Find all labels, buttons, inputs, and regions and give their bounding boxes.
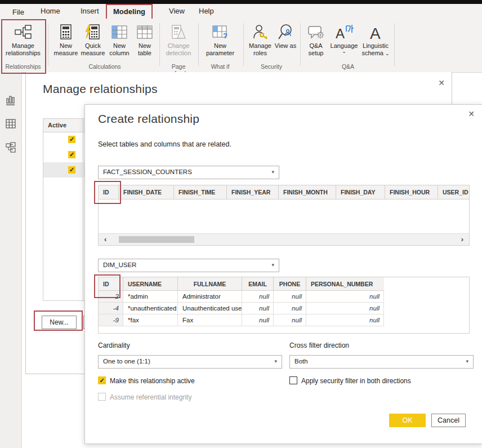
window-titlebar xyxy=(0,0,482,4)
new-relationship-button[interactable]: New... xyxy=(42,316,77,329)
linguistic-schema-label: Linguistic schema ⌄ xyxy=(359,42,392,57)
powerbi-window: File Home Insert Modeling View Help Mana… xyxy=(0,0,482,448)
table1-col-header[interactable]: FINISH_DATE xyxy=(119,185,174,199)
table2-row[interactable]: -9 *fax Fax null null null xyxy=(99,314,469,326)
table1-header-row: ID FINISH_DATE FINISH_TIME FINISH_YEAR F… xyxy=(99,185,469,199)
cancel-button[interactable]: Cancel xyxy=(431,414,466,427)
cross-filter-select[interactable]: Both ▾ xyxy=(289,355,474,369)
close-icon[interactable]: ✕ xyxy=(438,79,445,87)
security-filter-label[interactable]: Apply security filter in both directions xyxy=(301,377,411,385)
referential-integrity-checkbox xyxy=(98,393,106,401)
table1-col-header[interactable]: FINISH_TIME xyxy=(174,185,227,199)
language-icon: A xyxy=(334,22,354,42)
manage-relationships-button[interactable]: Manage relationships xyxy=(2,22,44,57)
new-table-button[interactable]: New table xyxy=(132,22,157,57)
report-view-icon[interactable] xyxy=(5,95,16,106)
table1-grid: ID FINISH_DATE FINISH_TIME FINISH_YEAR F… xyxy=(98,185,470,246)
view-as-label: View as xyxy=(275,42,296,50)
svg-text:A: A xyxy=(336,26,345,41)
svg-text:?: ? xyxy=(223,32,227,39)
table1-col-header[interactable]: ID xyxy=(99,185,119,199)
cell-id: -4 xyxy=(99,303,123,314)
active-checkbox[interactable]: ✓ xyxy=(68,151,75,158)
cell-fullname: Fax xyxy=(178,314,242,326)
cell-username: *unauthenticated xyxy=(123,303,178,314)
table2-col-header[interactable]: PERSONAL_NUMBER xyxy=(306,277,384,291)
create-relationship-dialog: ✕ Create relationship Select tables and … xyxy=(84,104,482,444)
table1-horizontal-scrollbar[interactable]: ‹ › xyxy=(99,233,469,245)
table2-selected-value: DIM_USER xyxy=(103,261,136,268)
scrollbar-thumb[interactable] xyxy=(119,236,194,243)
table2-col-header[interactable]: FULLNAME xyxy=(178,277,242,291)
make-active-label[interactable]: Make this relationship active xyxy=(110,377,195,385)
new-parameter-button[interactable]: ? New parameter xyxy=(203,22,238,57)
active-checkbox[interactable]: ✓ xyxy=(68,166,75,174)
menu-insert[interactable]: Insert xyxy=(81,7,99,15)
scroll-right-icon[interactable]: › xyxy=(461,235,463,243)
group-divider xyxy=(394,23,395,66)
close-icon[interactable]: ✕ xyxy=(468,110,475,118)
menu-modeling[interactable]: Modeling xyxy=(106,4,153,20)
table2-col-header[interactable]: EMAIL xyxy=(242,277,274,291)
new-parameter-icon: ? xyxy=(212,22,229,42)
table2-row[interactable]: -2 *admin Administrator null null null xyxy=(99,291,469,303)
cell-email: null xyxy=(242,291,274,303)
table1-col-header[interactable]: USER_ID xyxy=(438,185,469,199)
manage-roles-icon xyxy=(252,22,269,42)
ok-button[interactable]: OK xyxy=(389,414,426,427)
new-table-icon xyxy=(136,22,153,42)
table1-col-header[interactable]: FINISH_HOUR xyxy=(385,185,438,199)
table1-col-header[interactable]: FINISH_DAY xyxy=(336,185,385,199)
security-filter-checkbox[interactable] xyxy=(289,376,297,384)
linguistic-schema-button[interactable]: A Linguistic schema ⌄ xyxy=(359,22,392,57)
scroll-left-icon[interactable]: ‹ xyxy=(104,235,106,243)
cell-personal-number: null xyxy=(306,303,384,314)
new-column-button[interactable]: New column xyxy=(106,22,132,57)
quick-measure-label: Quick measure xyxy=(79,42,106,57)
group-label-qa: Q&A xyxy=(304,63,392,70)
manage-roles-button[interactable]: Manage roles xyxy=(246,22,274,57)
manage-roles-label: Manage roles xyxy=(246,42,274,57)
qa-setup-button[interactable]: Q&A setup xyxy=(304,22,328,57)
cell-fullname: Unauthenticated user xyxy=(178,303,242,314)
active-checkbox[interactable]: ✓ xyxy=(68,136,75,143)
table2-col-header[interactable]: ID xyxy=(99,277,123,291)
language-button[interactable]: A Language ⌄ xyxy=(329,22,359,54)
group-divider xyxy=(198,23,199,66)
ribbon: Manage relationships Relationships New m… xyxy=(0,19,482,73)
quick-measure-button[interactable]: Quick measure xyxy=(79,22,106,57)
group-label-relationships: Relationships xyxy=(2,63,44,70)
new-column-icon xyxy=(111,22,128,42)
data-view-icon[interactable] xyxy=(5,118,16,130)
table2-col-header[interactable]: PHONE xyxy=(274,277,306,291)
table2-header-row: ID USERNAME FULLNAME EMAIL PHONE PERSONA… xyxy=(99,277,384,291)
group-label-what-if: What if xyxy=(203,63,238,70)
make-active-checkbox[interactable]: ✓ xyxy=(98,376,106,384)
new-measure-button[interactable]: New measure xyxy=(52,22,79,57)
table2-grid: ID USERNAME FULLNAME EMAIL PHONE PERSONA… xyxy=(98,277,470,334)
change-detection-button: Change detection xyxy=(162,22,195,57)
table1-col-header[interactable]: FINISH_MONTH xyxy=(279,185,336,199)
cross-filter-value: Both xyxy=(294,358,308,365)
menu-file[interactable]: File xyxy=(12,8,24,16)
referential-integrity-label: Assume referential integrity xyxy=(110,393,191,401)
change-detection-label: Change detection xyxy=(162,42,195,57)
cell-phone: null xyxy=(274,291,306,303)
chevron-down-icon: ⌄ xyxy=(385,51,390,56)
cardinality-select[interactable]: One to one (1:1) ▾ xyxy=(98,355,282,369)
menu-view[interactable]: View xyxy=(169,7,185,15)
cell-phone: null xyxy=(274,303,306,314)
table1-col-header[interactable]: FINISH_YEAR xyxy=(227,185,279,199)
menu-help[interactable]: Help xyxy=(199,7,214,15)
cell-email: null xyxy=(242,314,274,326)
table2-row[interactable]: -4 *unauthenticated Unauthenticated user… xyxy=(99,303,469,314)
table2-col-header[interactable]: USERNAME xyxy=(123,277,178,291)
table2-select[interactable]: DIM_USER ▾ xyxy=(98,259,279,272)
cell-id: -2 xyxy=(99,291,123,303)
svg-text:A: A xyxy=(370,25,381,41)
view-as-button[interactable]: View as xyxy=(274,22,297,50)
model-view-icon[interactable] xyxy=(5,142,16,153)
menu-home[interactable]: Home xyxy=(41,7,60,15)
qa-setup-label: Q&A setup xyxy=(304,42,328,57)
table1-select[interactable]: FACT_SESSION_COUNTERS ▾ xyxy=(98,166,279,179)
